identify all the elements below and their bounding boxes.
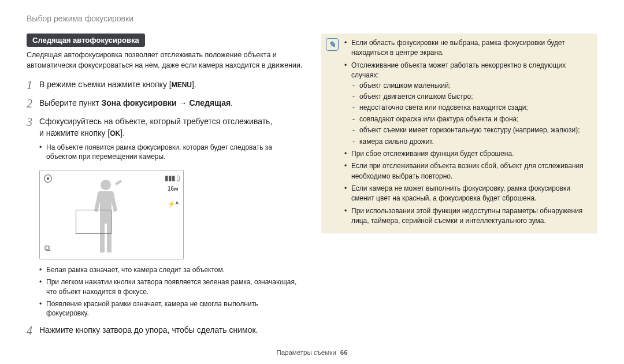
focus-rectangle <box>76 210 112 234</box>
note-item: Если область фокусировки не выбрана, рам… <box>344 38 589 58</box>
step-text: Сфокусируйтесь на объекте, который требу… <box>39 116 303 164</box>
dash-item: совпадают окраска или фактура объекта и … <box>351 114 589 124</box>
step-3: 3 Сфокусируйтесь на объекте, который тре… <box>27 116 303 164</box>
page-header: Выбор режима фокусировки <box>27 14 597 23</box>
bullet: Появление красной рамки означает, камера… <box>39 299 303 319</box>
text: ]. <box>192 80 196 89</box>
mode-icon: ⦿ <box>43 174 53 184</box>
step-number: 1 <box>27 79 39 91</box>
note-item: Если при отслеживании объекта возник сбо… <box>344 161 589 181</box>
bold-text: Следящая <box>190 98 231 107</box>
step-4: 4 Нажмите кнопку затвора до упора, чтобы… <box>27 324 303 337</box>
step-2: 2 Выберите пункт Зона фокусировки → След… <box>27 97 303 110</box>
step-number: 4 <box>27 324 39 337</box>
text: ]. <box>120 128 125 138</box>
steps-list: 1 В режиме съемки нажмите кнопку [MENU].… <box>27 79 303 164</box>
text: и нажмите кнопку [ <box>39 128 110 138</box>
text-line: Сфокусируйтесь на объекте, который требу… <box>39 116 303 127</box>
text: Отслеживание объекта может работать неко… <box>351 61 566 79</box>
bullet: При легком нажатии кнопки затвора появля… <box>39 277 303 297</box>
dash-item: камера сильно дрожит. <box>351 137 589 147</box>
note-item: При сбое отслеживания функция будет сбро… <box>344 149 589 159</box>
note-box: ✎ Если область фокусировки не выбрана, р… <box>321 34 597 233</box>
flash-icon: ⚡ᴬ <box>168 200 179 208</box>
resolution-icon: 16ᴍ <box>168 185 179 192</box>
content-columns: Следящая автофокусировка Следящая автофо… <box>27 34 597 343</box>
dash-item: недостаточно света или подсветка находит… <box>351 103 589 113</box>
footer-section: Параметры съемки <box>276 349 336 356</box>
menu-icon: MENU <box>172 80 192 90</box>
camera-preview-illustration: ⦿ ▮▮▮ ▯ 16ᴍ ⚡ᴬ ⧉ <box>39 170 184 259</box>
bold-text: Зона фокусировки <box>101 98 176 107</box>
step-1: 1 В режиме съемки нажмите кнопку [MENU]. <box>27 79 303 91</box>
ok-icon: OK <box>110 129 120 139</box>
step-text: В режиме съемки нажмите кнопку [MENU]. <box>39 79 303 90</box>
left-column: Следящая автофокусировка Следящая автофо… <box>27 34 303 343</box>
note-item: Отслеживание объекта может работать неко… <box>344 61 589 147</box>
intro-paragraph: Следящая автофокусировка позволяет отсле… <box>27 50 303 70</box>
step-number: 2 <box>27 97 39 110</box>
bullet: Белая рамка означает, что камера следит … <box>39 265 303 275</box>
text-line: и нажмите кнопку [OK]. <box>39 127 303 139</box>
dash-list: объект слишком маленький; объект двигает… <box>351 81 589 147</box>
dash-item: объект слишком маленький; <box>351 81 589 91</box>
step-text: Выберите пункт Зона фокусировки → Следящ… <box>39 97 303 109</box>
steps-list-cont: 4 Нажмите кнопку затвора до упора, чтобы… <box>27 324 303 337</box>
text: . <box>231 98 233 107</box>
note-icon: ✎ <box>326 38 339 51</box>
note-item: При использовании этой функции недоступн… <box>344 206 589 226</box>
dash-item: объект съемки имеет горизонтальную текст… <box>351 125 589 135</box>
section-pill: Следящая автофокусировка <box>27 34 145 47</box>
text: → <box>177 98 190 107</box>
text: В режиме съемки нажмите кнопку [ <box>39 80 172 89</box>
battery-icon: ▮▮▮ ▯ <box>165 174 180 182</box>
step-text: Нажмите кнопку затвора до упора, чтобы с… <box>39 324 303 336</box>
note-item: Если камера не может выполнить фокусиров… <box>344 184 589 204</box>
overlap-icon: ⧉ <box>44 243 50 253</box>
after-preview-bullets: Белая рамка означает, что камера следит … <box>39 265 303 318</box>
sub-bullets: На объекте появится рамка фокусировки, к… <box>39 143 303 162</box>
text: Выберите пункт <box>39 98 101 107</box>
right-column: ✎ Если область фокусировки не выбрана, р… <box>321 34 597 343</box>
note-list: Если область фокусировки не выбрана, рам… <box>344 38 589 226</box>
bullet: На объекте появится рамка фокусировки, к… <box>39 143 303 162</box>
page-number: 66 <box>340 349 348 356</box>
dash-item: объект двигается слишком быстро; <box>351 92 589 102</box>
page-footer: Параметры съемки 66 <box>0 349 624 356</box>
step-number: 3 <box>27 116 39 128</box>
